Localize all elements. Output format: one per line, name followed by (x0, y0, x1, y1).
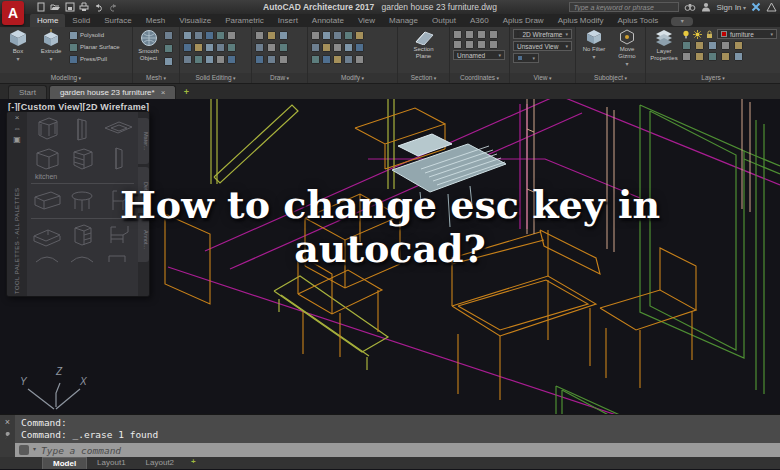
ucs-tool-icon[interactable] (489, 40, 498, 49)
viewport-config-dropdown[interactable] (513, 53, 539, 63)
ucs-tool-icon[interactable] (453, 40, 462, 49)
named-view-dropdown[interactable]: Unsaved View (513, 41, 572, 51)
modify-tool-icon[interactable] (322, 31, 331, 40)
panel-label-draw[interactable]: Draw (252, 73, 307, 83)
panel-label-layers[interactable]: Layers (646, 73, 780, 83)
layer-properties-button[interactable]: Layer Properties (649, 29, 679, 62)
ribbon-tab-surface[interactable]: Surface (97, 14, 139, 27)
panel-label-subobject[interactable]: Subobject (576, 73, 645, 83)
draw-tool-icon[interactable] (279, 43, 288, 52)
palette-item-base-cabinet[interactable] (30, 144, 64, 172)
redo-icon[interactable] (108, 2, 119, 12)
draw-tool-icon[interactable] (255, 43, 264, 52)
ribbon-tab-parametric[interactable]: Parametric (218, 14, 271, 27)
draw-tool-icon[interactable] (267, 43, 276, 52)
no-filter-button[interactable]: No Filter (579, 29, 609, 61)
panel-label-mesh[interactable]: Mesh (133, 73, 179, 83)
search-icon[interactable] (684, 2, 696, 12)
command-customize-icon[interactable] (3, 432, 12, 441)
command-history[interactable]: Command:Command: _.erase 1 found (15, 415, 780, 443)
draw-tool-icon[interactable] (279, 55, 288, 64)
solid-editing-tool-icon[interactable] (205, 31, 214, 40)
draw-tool-icon[interactable] (279, 31, 288, 40)
solid-editing-tool-icon[interactable] (216, 31, 225, 40)
ribbon-tab-view[interactable]: View (351, 14, 382, 27)
planar-surface-button[interactable]: Planar Surface (69, 41, 120, 53)
ucs-tool-icon[interactable] (465, 30, 474, 39)
a360-icon[interactable] (766, 2, 777, 12)
modify-tool-icon[interactable] (344, 55, 353, 64)
solid-editing-tool-icon[interactable] (216, 43, 225, 52)
ribbon-tab-output[interactable]: Output (425, 14, 463, 27)
draw-tool-icon[interactable] (255, 55, 264, 64)
draw-tool-icon[interactable] (267, 31, 276, 40)
command-close-icon[interactable]: × (5, 418, 10, 427)
ribbon-tab-annotate[interactable]: Annotate (305, 14, 351, 27)
box-button[interactable]: Box (3, 29, 33, 63)
save-icon[interactable] (65, 2, 75, 12)
ucs-tool-icon[interactable] (465, 40, 474, 49)
modify-tool-icon[interactable] (311, 31, 320, 40)
close-tab-icon[interactable]: × (161, 88, 166, 97)
file-tab-start[interactable]: Start (8, 85, 47, 99)
new-layout-button[interactable]: + (184, 457, 203, 469)
visual-style-dropdown[interactable]: 2D Wireframe (513, 29, 572, 39)
undo-icon[interactable] (93, 2, 104, 12)
panel-label-coordinates[interactable]: Coordinates (450, 73, 509, 83)
new-file-icon[interactable] (36, 2, 46, 12)
mesh-tool-icon[interactable] (164, 44, 173, 53)
layer-tool-icon[interactable] (695, 52, 704, 61)
draw-tool-icon[interactable] (267, 55, 276, 64)
ribbon-tab-home[interactable]: Home (30, 14, 65, 27)
layout-tab-model[interactable]: Model (42, 457, 87, 469)
file-tab-document[interactable]: garden house 23 furniture* × (49, 85, 176, 99)
solid-editing-tool-icon[interactable] (194, 43, 203, 52)
palette-item-cabinet-tall[interactable] (30, 115, 64, 143)
section-plane-button[interactable]: Section Plane (409, 29, 439, 60)
panel-label-modify[interactable]: Modify (308, 73, 397, 83)
modify-tool-icon[interactable] (333, 55, 342, 64)
layer-tool-icon[interactable] (734, 52, 743, 61)
layer-tool-icon[interactable] (708, 41, 717, 50)
mesh-tool-icon[interactable] (164, 57, 173, 66)
drawing-viewport[interactable]: [-][Custom View][2D Wireframe] (0, 99, 780, 414)
palette-item-sink[interactable] (101, 115, 135, 143)
solid-editing-tool-icon[interactable] (183, 55, 192, 64)
modify-tool-icon[interactable] (322, 55, 331, 64)
palette-properties-icon[interactable]: ▣ (13, 136, 21, 144)
new-tab-button[interactable]: + (178, 85, 194, 99)
ucs-tool-icon[interactable] (477, 30, 486, 39)
exchange-apps-icon[interactable] (751, 2, 761, 12)
ribbon-options-button[interactable] (671, 17, 693, 26)
modify-tool-icon[interactable] (355, 55, 364, 64)
palette-close-icon[interactable]: × (15, 114, 20, 122)
solid-editing-tool-icon[interactable] (183, 43, 192, 52)
layout-tab-layout1[interactable]: Layout1 (87, 457, 135, 469)
ribbon-tab-a360[interactable]: A360 (463, 14, 496, 27)
modify-tool-icon[interactable] (333, 31, 342, 40)
panel-label-modeling[interactable]: Modeling (0, 73, 132, 83)
solid-editing-tool-icon[interactable] (194, 55, 203, 64)
modify-tool-icon[interactable] (344, 31, 353, 40)
draw-tool-icon[interactable] (255, 31, 264, 40)
palette-item-slim-cabinet[interactable] (101, 144, 135, 172)
palette-item-cabinet-narrow[interactable] (65, 115, 99, 143)
app-logo-icon[interactable]: A (2, 1, 24, 25)
solid-editing-tool-icon[interactable] (227, 43, 236, 52)
ribbon-tab-aplus-modify[interactable]: Aplus Modify (551, 14, 611, 27)
open-file-icon[interactable] (50, 2, 61, 12)
layer-tool-icon[interactable] (682, 41, 691, 50)
ribbon-tab-manage[interactable]: Manage (382, 14, 425, 27)
ribbon-tab-mesh[interactable]: Mesh (139, 14, 173, 27)
palette-item-drawer-cabinet[interactable] (65, 144, 99, 172)
ucs-named-dropdown[interactable]: Unnamed (453, 50, 505, 60)
modify-tool-icon[interactable] (344, 43, 353, 52)
layer-tool-icon[interactable] (734, 41, 743, 50)
mesh-tool-icon[interactable] (164, 31, 173, 40)
layer-lock-icon[interactable] (705, 30, 714, 39)
ribbon-tab-visualize[interactable]: Visualize (172, 14, 218, 27)
panel-label-view[interactable]: View (510, 73, 575, 83)
layer-tool-icon[interactable] (695, 41, 704, 50)
palette-autohide-icon[interactable]: ⇔ (13, 125, 21, 133)
ucs-tool-icon[interactable] (477, 40, 486, 49)
